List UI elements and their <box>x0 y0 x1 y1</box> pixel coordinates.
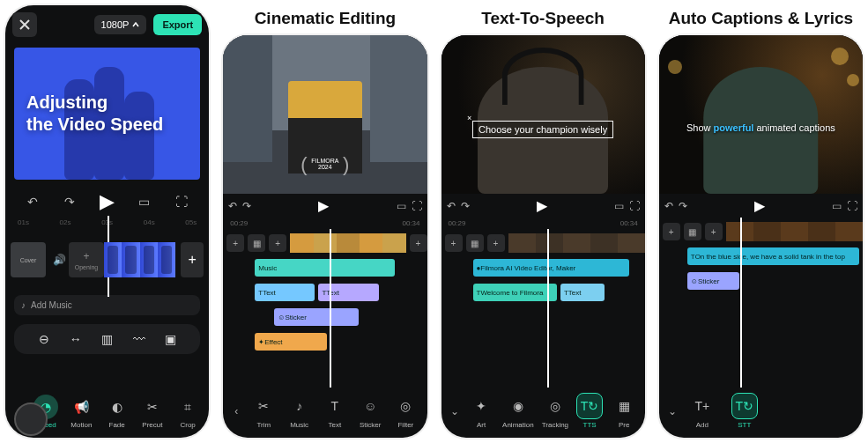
close-icon[interactable]: × <box>467 114 471 122</box>
tool-sticker[interactable]: ☺Sticker <box>357 393 383 429</box>
record-button[interactable] <box>14 402 48 436</box>
tool-label: Pre <box>619 421 629 429</box>
add-clip-button[interactable]: + <box>181 242 204 277</box>
speed-slow-icon[interactable]: ⊖ <box>36 331 52 347</box>
redo-button[interactable]: ↷ <box>58 190 81 213</box>
add-track-button[interactable]: + <box>445 234 463 252</box>
speed-bars-icon[interactable]: ▥ <box>100 331 115 347</box>
preset-icon: ▦ <box>611 393 637 419</box>
caption-word: Show <box>686 122 714 133</box>
tool-precut[interactable]: ✂ Precut <box>140 395 165 429</box>
tool-text[interactable]: TText <box>322 393 348 429</box>
play-button[interactable]: ▶ <box>537 197 547 214</box>
back-button[interactable]: ‹ <box>226 402 246 421</box>
undo-button[interactable]: ↶ <box>447 200 456 212</box>
undo-button[interactable]: ↶ <box>21 190 44 213</box>
badge-line2: 2024 <box>318 164 332 170</box>
text-clip[interactable]: T Text <box>255 284 315 301</box>
opening-slot[interactable]: + <box>705 223 723 240</box>
opening-slot[interactable]: + <box>269 234 286 252</box>
playhead[interactable] <box>330 229 331 388</box>
text-overlay[interactable]: × Choose your champion wisely <box>472 121 613 138</box>
speed-freeze-icon[interactable]: ▣ <box>163 331 179 347</box>
clip-label: Text <box>326 289 339 297</box>
video-preview[interactable]: × Choose your champion wisely <box>441 35 645 194</box>
redo-button[interactable]: ↷ <box>242 200 251 212</box>
play-button[interactable]: ▶ <box>96 190 119 213</box>
caption-clip[interactable]: T On the blue side, we have a solid tank… <box>687 247 859 265</box>
add-music-label: Add Music <box>31 300 72 310</box>
collapse-button[interactable]: ⌄ <box>663 402 682 421</box>
tool-stt[interactable]: T↻STT <box>731 393 758 429</box>
cinematic-screen: FILMORA 2024 ↶ ↷ ▶ ▭ ⛶ 00:29 00:34 + ▦ <box>223 35 427 438</box>
top-bar: 1080P Export <box>5 5 209 44</box>
clip-strip[interactable] <box>290 233 405 253</box>
clip-thumbnails[interactable] <box>104 242 175 277</box>
music-clip[interactable]: Music <box>255 259 395 277</box>
opening-slot[interactable]: + <box>487 234 505 252</box>
frame-button[interactable]: ▭ <box>397 200 406 212</box>
tool-crop[interactable]: ⌗ Crop <box>175 395 200 429</box>
add-music-button[interactable]: ♪ Add Music <box>14 295 200 315</box>
tool-music[interactable]: ♪Music <box>286 393 313 429</box>
video-preview[interactable]: Show powerful animated captions <box>659 35 863 194</box>
collapse-button[interactable]: ⌄ <box>445 402 464 421</box>
tool-animation[interactable]: ◉Animation <box>502 393 534 429</box>
video-preview[interactable]: FILMORA 2024 <box>223 35 427 194</box>
opening-slot[interactable]: + Opening <box>69 242 104 277</box>
track-area[interactable]: + ▦ + T On the blue side, we have a soli… <box>659 218 863 388</box>
tts-clip[interactable]: T Welcome to Filmora <box>473 284 557 301</box>
speed-curve-icon[interactable]: 〰 <box>131 331 147 347</box>
timecode-row: 00:29 00:34 <box>223 218 427 229</box>
effect-clip[interactable]: ✦ Effect <box>255 333 327 351</box>
undo-button[interactable]: ↶ <box>664 200 673 212</box>
tool-trim[interactable]: ✂Trim <box>250 393 277 429</box>
timeline[interactable]: Cover 🔊 + Opening + <box>5 232 209 288</box>
play-button[interactable]: ▶ <box>318 197 329 214</box>
fullscreen-button[interactable]: ⛶ <box>412 200 422 212</box>
text-clip[interactable]: T Text <box>560 284 605 301</box>
track-area[interactable]: + ▦ + + Music T Text T Text ☺ Sticker ✦ … <box>223 229 427 388</box>
playhead[interactable] <box>547 229 549 388</box>
cover-thumb[interactable]: ▦ <box>684 223 701 240</box>
play-button[interactable]: ▶ <box>754 197 765 214</box>
cover-thumbnail[interactable]: Cover <box>11 242 46 277</box>
fullscreen-button[interactable]: ⛶ <box>170 190 193 213</box>
resolution-dropdown[interactable]: 1080P <box>94 15 147 34</box>
text-clip[interactable]: T Text <box>318 284 378 301</box>
tool-fade[interactable]: ◐ Fade <box>105 395 130 429</box>
redo-button[interactable]: ↷ <box>679 200 687 212</box>
tool-add[interactable]: T+Add <box>689 393 716 429</box>
sticker-clip[interactable]: ☺ Sticker <box>274 308 358 326</box>
speed-reverse-icon[interactable]: ↔ <box>68 331 84 347</box>
tool-motion[interactable]: 📢 Motion <box>69 395 93 429</box>
add-clip-button[interactable]: + <box>410 234 427 252</box>
export-button[interactable]: Export <box>153 14 202 35</box>
frame-button[interactable]: ▭ <box>614 200 624 212</box>
tool-tts[interactable]: T↻TTS <box>576 393 603 429</box>
frame-button[interactable]: ▭ <box>832 200 842 212</box>
add-track-button[interactable]: + <box>226 234 244 252</box>
redo-button[interactable]: ↷ <box>461 200 470 212</box>
tool-pre[interactable]: ▦Pre <box>611 393 637 429</box>
mute-toggle[interactable]: 🔊 <box>49 242 69 277</box>
clip-strip[interactable] <box>726 222 863 241</box>
cover-thumb[interactable]: ▦ <box>466 234 484 252</box>
cover-thumb[interactable]: ▦ <box>248 234 265 252</box>
close-button[interactable] <box>12 12 37 37</box>
frame-button[interactable]: ▭ <box>133 190 156 213</box>
track-area[interactable]: + ▦ + ● Filmora AI Video Editor, Maker T… <box>441 229 645 388</box>
clip-strip[interactable] <box>508 233 645 253</box>
ai-audio-clip[interactable]: ● Filmora AI Video Editor, Maker <box>473 259 629 277</box>
sticker-clip[interactable]: ☺ Sticker <box>687 272 739 290</box>
undo-button[interactable]: ↶ <box>228 200 237 212</box>
fullscreen-button[interactable]: ⛶ <box>629 200 640 212</box>
tool-filter[interactable]: ◎Filter <box>392 393 419 429</box>
video-preview[interactable]: Adjusting the Video Speed <box>14 48 200 180</box>
tool-tracking[interactable]: ◎Tracking <box>542 393 568 429</box>
fullscreen-button[interactable]: ⛶ <box>847 200 857 212</box>
playhead[interactable] <box>740 218 742 388</box>
clip-label: Sticker <box>285 314 306 321</box>
add-track-button[interactable]: + <box>663 223 680 240</box>
tool-art[interactable]: ✦Art <box>468 393 494 429</box>
